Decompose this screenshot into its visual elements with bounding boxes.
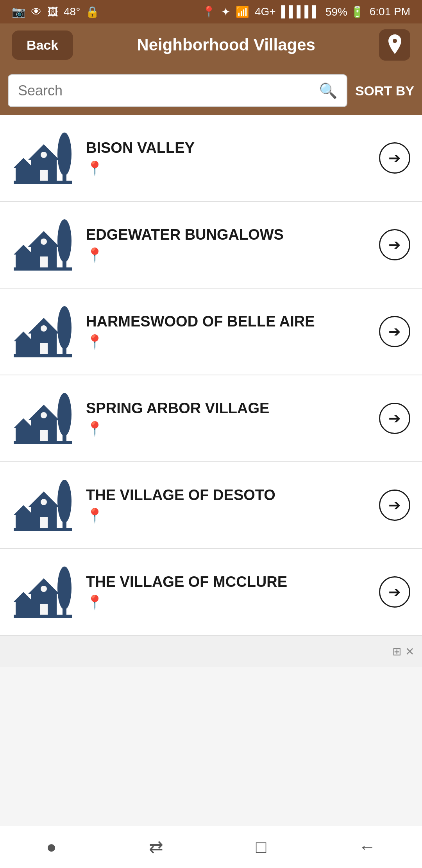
svg-point-48	[41, 586, 47, 592]
svg-point-51	[57, 567, 72, 610]
status-right-icons: 📍 ✦ 📶 4G+ ▌▌▌▌▌ 59% 🔋 6:01 PM	[202, 5, 410, 18]
back-button[interactable]: Back	[12, 30, 73, 60]
village-arrow-button[interactable]: ➔	[379, 142, 410, 174]
list-item[interactable]: THE VILLAGE OF MCCLURE 📍 ➔	[0, 549, 422, 636]
location-map-button[interactable]	[379, 29, 410, 61]
svg-rect-44	[14, 528, 72, 531]
svg-rect-20	[40, 343, 48, 355]
svg-rect-2	[40, 170, 48, 181]
village-thumbnail	[12, 127, 74, 189]
village-info: HARMESWOOD OF BELLE AIRE 📍	[86, 313, 379, 350]
svg-rect-47	[40, 604, 48, 615]
village-location-icon: 📍	[86, 160, 379, 177]
svg-point-39	[41, 499, 47, 505]
ad-banner: ⊞ ✕	[0, 636, 422, 667]
bluetooth-icon: ✦	[221, 5, 230, 18]
svg-rect-11	[40, 256, 48, 268]
village-arrow-button[interactable]: ➔	[379, 316, 410, 347]
village-name: THE VILLAGE OF DESOTO	[86, 487, 379, 504]
village-thumbnail	[12, 213, 74, 276]
list-item[interactable]: THE VILLAGE OF DESOTO 📍 ➔	[0, 462, 422, 549]
village-info: THE VILLAGE OF MCCLURE 📍	[86, 574, 379, 611]
svg-point-15	[57, 219, 72, 262]
svg-point-3	[41, 152, 47, 158]
svg-rect-49	[16, 602, 31, 615]
svg-point-33	[57, 393, 72, 436]
eye-icon: 👁	[31, 5, 42, 18]
lock-icon: 🔒	[86, 5, 99, 18]
bottom-nav: ● ⇄ □ ←	[0, 825, 422, 868]
wifi-icon: 📶	[236, 5, 249, 18]
village-thumbnail	[12, 561, 74, 623]
svg-point-24	[57, 306, 72, 349]
village-name: SPRING ARBOR VILLAGE	[86, 400, 379, 417]
search-icon: 🔍	[319, 82, 337, 99]
time: 6:01 PM	[370, 5, 410, 18]
search-container[interactable]: 🔍	[8, 74, 347, 107]
battery: 59% 🔋	[325, 5, 364, 18]
ad-close-button[interactable]: ✕	[405, 645, 414, 658]
status-bar: 📷 👁 🖼 48° 🔒 📍 ✦ 📶 4G+ ▌▌▌▌▌ 59% 🔋 6:01 P…	[0, 0, 422, 23]
list-item[interactable]: SPRING ARBOR VILLAGE 📍 ➔	[0, 375, 422, 462]
svg-rect-31	[16, 428, 31, 442]
svg-rect-40	[16, 515, 31, 529]
village-location-icon: 📍	[86, 508, 379, 524]
svg-rect-8	[14, 181, 72, 184]
temperature: 48°	[64, 5, 80, 18]
svg-rect-43	[63, 521, 66, 529]
svg-point-12	[41, 239, 47, 245]
village-location-icon: 📍	[86, 594, 379, 611]
list-item[interactable]: HARMESWOOD OF BELLE AIRE 📍 ➔	[0, 289, 422, 375]
village-name: BISON VALLEY	[86, 140, 379, 156]
village-info: BISON VALLEY 📍	[86, 140, 379, 177]
village-arrow-button[interactable]: ➔	[379, 576, 410, 608]
network-icon: 4G+	[255, 5, 276, 18]
village-arrow-button[interactable]: ➔	[379, 490, 410, 521]
svg-rect-16	[63, 260, 66, 268]
svg-point-30	[41, 412, 47, 418]
svg-rect-35	[14, 441, 72, 444]
search-input[interactable]	[18, 82, 319, 99]
gallery-icon: 🖼	[47, 5, 58, 18]
village-thumbnail	[12, 387, 74, 450]
svg-point-6	[57, 133, 72, 176]
village-name: HARMESWOOD OF BELLE AIRE	[86, 313, 379, 330]
svg-rect-22	[16, 341, 31, 355]
village-thumbnail	[12, 474, 74, 536]
village-list: BISON VALLEY 📍 ➔ EDGEWATER BUNGALOWS 📍 ➔	[0, 115, 422, 636]
home-nav-item[interactable]: ●	[46, 837, 57, 857]
page-title: Neighborhood Villages	[73, 36, 379, 54]
svg-rect-34	[63, 434, 66, 442]
village-arrow-button[interactable]: ➔	[379, 403, 410, 434]
back-nav-item[interactable]: ←	[359, 837, 376, 857]
village-info: THE VILLAGE OF DESOTO 📍	[86, 487, 379, 524]
ad-controls: ⊞ ✕	[392, 645, 414, 658]
village-name: THE VILLAGE OF MCCLURE	[86, 574, 379, 590]
svg-point-21	[41, 325, 47, 332]
village-info: EDGEWATER BUNGALOWS 📍	[86, 226, 379, 264]
svg-rect-25	[63, 347, 66, 355]
svg-rect-38	[40, 517, 48, 529]
ad-expand-button[interactable]: ⊞	[392, 645, 401, 658]
svg-rect-4	[16, 168, 31, 181]
nav-bar: Back Neighborhood Villages	[0, 23, 422, 66]
instagram-icon: 📷	[12, 5, 25, 18]
svg-rect-26	[14, 354, 72, 357]
recents-nav-item[interactable]: □	[256, 837, 266, 857]
svg-rect-17	[14, 267, 72, 271]
location-icon: 📍	[202, 5, 216, 18]
village-location-icon: 📍	[86, 421, 379, 437]
svg-rect-29	[40, 430, 48, 442]
village-arrow-button[interactable]: ➔	[379, 229, 410, 260]
signal-icon: ▌▌▌▌▌	[281, 5, 320, 18]
svg-rect-13	[16, 255, 31, 268]
sort-by-label[interactable]: SORT BY	[355, 83, 414, 99]
search-bar-row: 🔍 SORT BY	[0, 66, 422, 115]
village-thumbnail	[12, 300, 74, 363]
svg-rect-7	[63, 174, 66, 181]
list-item[interactable]: BISON VALLEY 📍 ➔	[0, 115, 422, 202]
village-location-icon: 📍	[86, 334, 379, 350]
svg-rect-53	[14, 615, 72, 618]
list-item[interactable]: EDGEWATER BUNGALOWS 📍 ➔	[0, 202, 422, 289]
menu-nav-item[interactable]: ⇄	[149, 837, 163, 857]
